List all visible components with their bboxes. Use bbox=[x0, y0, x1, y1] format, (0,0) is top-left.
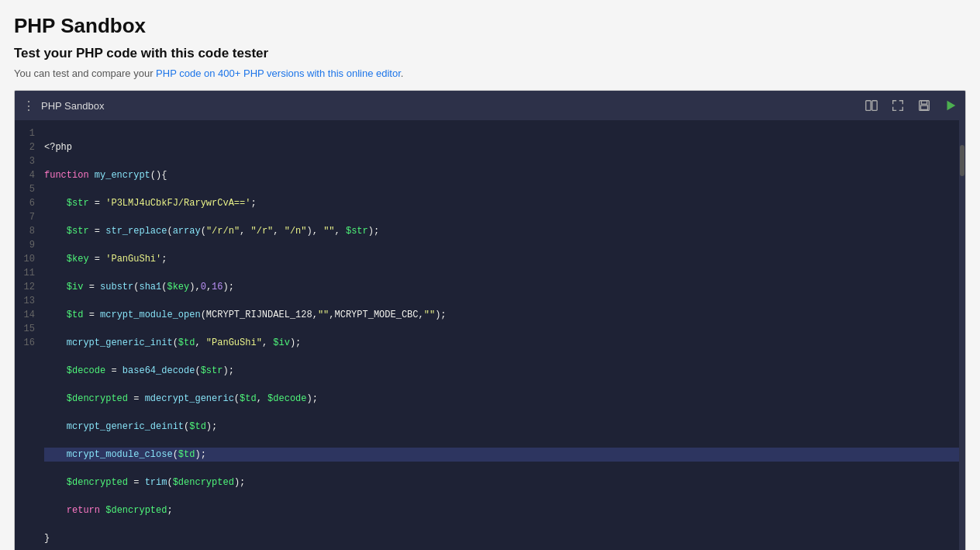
svg-rect-3 bbox=[921, 101, 927, 105]
run-icon[interactable] bbox=[944, 99, 958, 112]
editor-toolbar: ⋮ PHP Sandbox bbox=[15, 91, 965, 120]
drag-handle-icon[interactable]: ⋮ bbox=[22, 99, 35, 113]
line-numbers: 1 2 3 4 5 6 7 8 9 10 11 12 13 14 15 16 bbox=[15, 120, 41, 550]
description-link[interactable]: PHP code on 400+ PHP versions with this … bbox=[156, 67, 401, 79]
editor-panel: ⋮ PHP Sandbox bbox=[14, 90, 966, 550]
code-content[interactable]: <?php function my_encrypt(){ $str = 'P3L… bbox=[41, 120, 965, 550]
toolbar-right bbox=[864, 99, 958, 112]
svg-marker-5 bbox=[947, 101, 956, 111]
code-editor-container[interactable]: 1 2 3 4 5 6 7 8 9 10 11 12 13 14 15 16 bbox=[15, 120, 965, 550]
vertical-scrollbar[interactable] bbox=[959, 120, 965, 550]
split-view-icon[interactable] bbox=[864, 99, 878, 112]
page-title: PHP Sandbox bbox=[14, 14, 966, 38]
svg-rect-0 bbox=[866, 101, 871, 111]
toolbar-left: ⋮ PHP Sandbox bbox=[22, 99, 864, 113]
scrollbar-thumb[interactable] bbox=[960, 145, 964, 176]
editor-panel-title: PHP Sandbox bbox=[41, 100, 104, 112]
expand-icon[interactable] bbox=[891, 99, 905, 112]
toolbar-save-icon[interactable] bbox=[917, 99, 931, 112]
page-description: You can test and compare your PHP code o… bbox=[14, 67, 966, 79]
page-subtitle: Test your PHP code with this code tester bbox=[14, 46, 966, 61]
code-area[interactable]: 1 2 3 4 5 6 7 8 9 10 11 12 13 14 15 16 bbox=[15, 120, 965, 550]
svg-rect-1 bbox=[872, 101, 877, 111]
svg-rect-4 bbox=[921, 106, 928, 109]
